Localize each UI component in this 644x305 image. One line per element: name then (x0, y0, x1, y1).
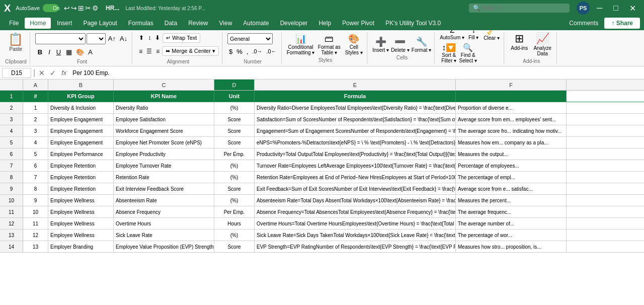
row-number[interactable]: 12 (0, 218, 23, 229)
decrease-decimal-button[interactable]: .0← (265, 47, 278, 55)
percent-button[interactable]: % (235, 47, 244, 56)
confirm-formula-button[interactable]: ✓ (48, 69, 57, 77)
table-cell: Absence Frequency (114, 206, 214, 217)
header-cell-f (456, 91, 567, 102)
table-cell: Employee Engagement (48, 137, 114, 148)
menu-item-home[interactable]: Home (25, 18, 51, 29)
filename: HR... (106, 5, 119, 12)
close-button[interactable]: ✕ (625, 3, 640, 14)
menu-item-insert[interactable]: Insert (52, 18, 77, 29)
merge-center-button[interactable]: ⬌ Merge & Center ▾ (162, 46, 219, 56)
row-number[interactable]: 13 (0, 230, 23, 241)
search-input[interactable] (482, 5, 558, 12)
align-center-button[interactable]: ☰ (145, 47, 153, 56)
col-header-c[interactable]: C (114, 80, 214, 90)
italic-button[interactable]: I (46, 47, 53, 57)
formula-input[interactable] (70, 68, 642, 78)
paste-button[interactable]: 📋 Paste (8, 32, 23, 52)
row-number[interactable]: 11 (0, 206, 23, 217)
fill-color-button[interactable]: 🎨 (74, 47, 86, 57)
col-header-b[interactable]: B (48, 80, 114, 90)
delete-cells-button[interactable]: ➖ Delete ▾ (391, 36, 410, 53)
conditional-formatting-button[interactable]: 📊 ConditionalFormatting ▾ (287, 33, 315, 55)
menu-item-developer[interactable]: Developer (275, 18, 313, 29)
increase-decimal-button[interactable]: .0→ (251, 47, 264, 55)
comma-button[interactable]: , (245, 47, 250, 56)
table-cell: Engagement=Sum of Engagement ScoresNumbe… (255, 125, 456, 136)
align-right-button[interactable]: ≡ (154, 47, 161, 56)
format-as-table-button[interactable]: 🗃 Format asTable ▾ (316, 34, 342, 55)
analyze-data-button[interactable]: 📈 AnalyzeData (531, 32, 553, 56)
underline-button[interactable]: U (54, 47, 63, 57)
align-bottom-button[interactable]: ⬇ (153, 33, 162, 42)
row-number[interactable]: 7 (0, 160, 23, 171)
row-number[interactable]: 8 (0, 172, 23, 183)
clear-button[interactable]: 🧹 Clear ▾ (482, 30, 501, 41)
row-number[interactable]: 10 (0, 195, 23, 206)
redo-button[interactable]: ↪ (71, 4, 77, 12)
table-cell: (%) (214, 230, 255, 241)
menu-item-view[interactable]: View (214, 18, 237, 29)
row-number[interactable]: 9 (0, 183, 23, 194)
restore-button[interactable]: □ (609, 3, 622, 14)
table-cell: Score (214, 183, 255, 194)
row-number[interactable]: 4 (0, 125, 23, 136)
cell-reference-input[interactable] (2, 68, 31, 78)
toolbar-btn-3[interactable]: ⚙ (92, 4, 99, 12)
menu-item-formulas[interactable]: Formulas (123, 18, 158, 29)
table-cell: 6 (23, 160, 48, 171)
undo-button[interactable]: ↩ (64, 4, 70, 12)
font-family-select[interactable]: Aptos Narrow (35, 33, 86, 44)
col-header-f[interactable]: F (456, 80, 567, 90)
menu-item-pks[interactable]: PK's Utility Tool V3.0 (380, 18, 446, 29)
menu-item-page-layout[interactable]: Page Layout (78, 18, 122, 29)
align-middle-button[interactable]: ↕ (146, 33, 152, 42)
row-number[interactable]: 3 (0, 114, 23, 125)
bold-button[interactable]: B (35, 47, 45, 57)
decrease-font-button[interactable]: A↓ (118, 34, 129, 43)
currency-button[interactable]: $ (227, 47, 234, 56)
minimize-button[interactable]: ─ (593, 3, 606, 14)
comments-button[interactable]: Comments (564, 18, 603, 29)
sort-filter-button[interactable]: ↕🔽 Sort &Filter ▾ (440, 43, 458, 63)
toolbar-btn-2[interactable]: ✂ (85, 4, 91, 12)
menu-item-review[interactable]: Review (183, 18, 213, 29)
increase-font-button[interactable]: A↑ (107, 34, 117, 43)
col-header-a[interactable]: A (23, 80, 48, 90)
insert-cells-button[interactable]: ➕ Insert ▾ (372, 36, 389, 53)
align-top-button[interactable]: ⬆ (137, 33, 145, 42)
add-ins-button[interactable]: ⊞ Add-ins (509, 32, 529, 56)
col-header-d[interactable]: D (214, 80, 255, 90)
menu-item-power-pivot[interactable]: Power Pivot (337, 18, 379, 29)
autosave-toggle[interactable]: On (43, 4, 59, 12)
row-num-1[interactable]: 1 (0, 91, 23, 102)
col-header-e[interactable]: E (255, 80, 456, 90)
menu-item-automate[interactable]: Automate (238, 18, 274, 29)
number-format-select[interactable]: General (227, 33, 273, 44)
fill-button[interactable]: ↓ Fill ▾ (465, 30, 481, 40)
share-button[interactable]: ↑ Share (604, 18, 640, 29)
cancel-formula-button[interactable]: ✕ (37, 69, 46, 77)
format-cells-button[interactable]: 🔧 Format ▾ (412, 36, 431, 53)
menu-item-data[interactable]: Data (159, 18, 182, 29)
autosum-button[interactable]: Σ AutoSum ▾ (440, 30, 464, 40)
table-cell: 3 (23, 125, 48, 136)
table-row: 1110Employee WellnessAbsence FrequencyPe… (0, 206, 644, 218)
row-number[interactable]: 6 (0, 148, 23, 160)
border-button[interactable]: ▦ (64, 47, 73, 57)
font-size-select[interactable]: 9 (87, 33, 106, 44)
wrap-text-button[interactable]: ↵ Wrap Text (163, 33, 200, 43)
cell-styles-button[interactable]: 🎨 CellStyles ▾ (344, 33, 364, 55)
row-number[interactable]: 2 (0, 102, 23, 113)
table-row: 43Employee EngagementWorkforce Engagemen… (0, 125, 644, 137)
avatar[interactable]: PS (577, 2, 590, 15)
font-color-button[interactable]: A (87, 47, 94, 57)
menu-item-file[interactable]: File (4, 18, 24, 29)
row-number[interactable]: 5 (0, 137, 23, 148)
table-cell: Employee Turnover Rate (114, 160, 214, 171)
row-number[interactable]: 14 (0, 241, 23, 252)
find-select-button[interactable]: 🔍 Find &Select ▾ (459, 43, 477, 63)
align-left-button[interactable]: ≡ (137, 47, 144, 56)
toolbar-btn-1[interactable]: ⊞ (78, 4, 84, 12)
menu-item-help[interactable]: Help (313, 18, 336, 29)
